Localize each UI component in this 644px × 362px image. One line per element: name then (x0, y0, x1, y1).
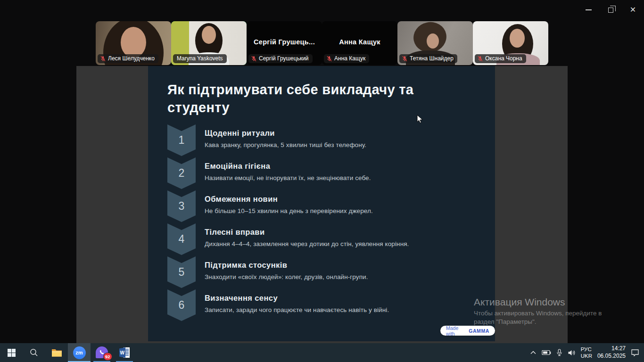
hidden-icons-chevron[interactable] (530, 350, 537, 355)
participant-display-name: Анна Кащук (322, 38, 397, 46)
zoom-icon-label: zm (75, 350, 83, 355)
file-explorer-button[interactable] (45, 343, 68, 362)
slide-title: Як підтримувати себе викладачу та студен… (167, 81, 443, 116)
mic-muted-icon (326, 56, 332, 62)
badge-prefix: Made with (446, 325, 467, 337)
microphone-tray-icon[interactable] (556, 349, 562, 356)
mic-muted-icon (402, 56, 408, 62)
silhouette (510, 29, 525, 48)
step-description: Кава зранку, прогулянка, 5 хвилин тиші б… (205, 141, 366, 148)
list-item: 2 Емоційна гігієна Називати емоції, не і… (167, 157, 409, 190)
chevron-number-marker: 2 (167, 157, 196, 189)
step-number: 5 (179, 266, 185, 279)
silhouette (202, 26, 216, 44)
zoom-app-icon: zm (73, 346, 86, 359)
minimize-icon (586, 9, 592, 10)
step-title: Обмеження новин (205, 195, 373, 204)
step-title: Щоденні ритуали (205, 129, 366, 138)
video-tile-1[interactable]: Леся Шелудченко (96, 21, 171, 65)
step-title: Підтримка стосунків (205, 261, 368, 270)
restore-icon (608, 8, 613, 13)
list-item: 4 Тілесні вправи Дихання 4–4–4, заземлен… (167, 223, 409, 256)
participant-name: Сергій Грушецький (259, 55, 309, 62)
step-number: 2 (179, 167, 185, 180)
language-top: РУС (581, 346, 592, 353)
taskbar-clock[interactable]: 14:27 06.05.2025 (597, 345, 626, 360)
language-indicator[interactable]: РУС UKR (581, 346, 592, 360)
close-icon: ✕ (630, 6, 636, 14)
speaker-icon[interactable] (568, 349, 576, 356)
step-description: Дихання 4–4–4, заземлення через дотики д… (205, 240, 409, 247)
viber-unread-badge: 92 (103, 353, 112, 361)
participant-name-badge: Maryna Yaskovets (173, 54, 227, 63)
made-with-gamma-badge[interactable]: Made with GAMMA (440, 326, 495, 336)
video-tile-6[interactable]: Оксана Чорна (473, 21, 548, 65)
clock-date: 06.05.2025 (597, 353, 626, 360)
battery-icon[interactable] (542, 350, 551, 355)
action-center-icon[interactable] (631, 349, 639, 356)
step-number: 4 (179, 233, 185, 246)
list-item: 1 Щоденні ритуали Кава зранку, прогулянк… (167, 124, 409, 157)
participant-name-badge: Тетяна Шнайдер (399, 54, 457, 63)
chevron-number-marker: 4 (167, 223, 196, 255)
participant-name: Maryna Yaskovets (177, 55, 223, 62)
step-number: 3 (179, 200, 185, 213)
start-button[interactable] (0, 343, 23, 362)
step-description: Не більше 10–15 хвилин на день з перевір… (205, 207, 373, 214)
participant-name: Леся Шелудченко (108, 55, 155, 62)
svg-text:W: W (120, 350, 124, 355)
chevron-number-marker: 5 (167, 256, 196, 288)
step-description: Записати, заради чого працюєте чи навчає… (205, 306, 389, 313)
minimize-button[interactable] (578, 0, 600, 20)
step-title: Тілесні вправи (205, 228, 409, 237)
step-number: 6 (179, 299, 185, 312)
chevron-number-marker: 6 (167, 289, 196, 321)
screen-share-area: Як підтримувати себе викладачу та студен… (76, 66, 568, 343)
video-tile-2-active-speaker[interactable]: Maryna Yaskovets (171, 21, 247, 65)
step-title: Визначення сенсу (205, 294, 389, 303)
restore-button[interactable] (600, 0, 622, 20)
participant-display-name: Сергій Грушець... (247, 38, 322, 46)
list-item: 5 Підтримка стосунків Знаходити «своїх л… (167, 256, 409, 289)
step-description: Знаходити «своїх людей»: колег, друзів, … (205, 273, 368, 280)
video-tile-3[interactable]: Сергій Грушець... Сергій Грушецький (247, 21, 322, 65)
window-controls: ✕ (578, 0, 644, 20)
search-icon (30, 348, 38, 357)
windows-logo-icon (8, 349, 16, 357)
taskbar-viber-app-button[interactable]: 92 (91, 343, 113, 362)
silhouette (121, 27, 146, 58)
participant-name: Тетяна Шнайдер (410, 55, 454, 62)
taskbar-word-app-button[interactable]: W (113, 343, 136, 362)
list-item: 3 Обмеження новин Не більше 10–15 хвилин… (167, 190, 409, 223)
presentation-slide: Як підтримувати себе викладачу та студен… (148, 66, 495, 341)
chevron-number-marker: 3 (167, 190, 196, 222)
chevron-number-marker: 1 (167, 124, 196, 156)
windows-taskbar: zm 92 W (0, 343, 644, 362)
participant-name: Анна Кащук (334, 55, 365, 62)
close-button[interactable]: ✕ (622, 0, 644, 20)
participant-strip: Леся Шелудченко Maryna Yaskovets Сергій … (96, 21, 548, 65)
step-description: Називати емоції, не ігнорувати їх, не зн… (205, 174, 371, 181)
step-number: 1 (179, 134, 185, 147)
word-app-icon: W (119, 347, 130, 358)
participant-name-badge: Сергій Грушецький (248, 54, 313, 63)
taskbar-zoom-app-button[interactable]: zm (68, 343, 91, 362)
video-tile-4[interactable]: Анна Кащук Анна Кащук (322, 21, 397, 65)
participant-name-badge: Анна Кащук (324, 54, 369, 63)
desktop-screen: ✕ Леся Шелудченко Maryna Yaskovets Сергі… (0, 0, 644, 362)
mic-muted-icon (251, 56, 257, 62)
gamma-logo: GAMMA (469, 328, 489, 334)
step-title: Емоційна гігієна (205, 162, 371, 171)
clock-time: 14:27 (597, 345, 626, 353)
silhouette (427, 33, 439, 49)
participant-name-badge: Оксана Чорна (475, 54, 526, 63)
language-bottom: UKR (581, 353, 592, 359)
step-list: 1 Щоденні ритуали Кава зранку, прогулянк… (167, 124, 409, 322)
mic-muted-icon (100, 56, 106, 62)
system-tray: РУС UKR 14:27 06.05.2025 (530, 343, 644, 362)
video-tile-5[interactable]: Тетяна Шнайдер (397, 21, 473, 65)
mouse-cursor (417, 115, 423, 123)
file-explorer-icon (51, 348, 62, 357)
list-item: 6 Визначення сенсу Записати, заради чого… (167, 289, 409, 322)
search-button[interactable] (23, 343, 45, 362)
